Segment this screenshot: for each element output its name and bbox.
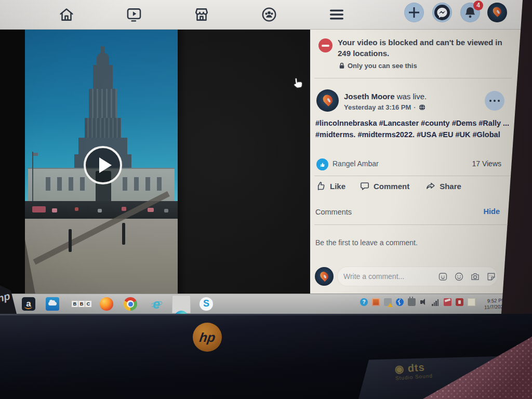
like-icon: [315, 180, 327, 192]
network-tray-icon[interactable]: [432, 298, 440, 306]
chrome-taskbar-icon[interactable]: [124, 297, 137, 311]
comment-button[interactable]: Comment: [359, 180, 409, 192]
bluetooth-tray-icon[interactable]: [396, 298, 404, 306]
cloud-icon: [48, 302, 57, 305]
taskbar-clock[interactable]: 9:52 PM 11/7/2022: [484, 297, 506, 310]
lock-icon: [339, 62, 345, 69]
laptop-screen: 4: [0, 0, 524, 314]
post-live-suffix: was live.: [395, 92, 427, 101]
create-button[interactable]: [404, 3, 424, 22]
windows-taskbar: a B B C e S ?: [0, 294, 524, 314]
comment-input-pill[interactable]: [337, 267, 498, 286]
clock-time: 9:52 PM: [484, 297, 506, 304]
laptop-photo: 4: [0, 0, 532, 399]
action-bar: Like Comment Share: [315, 180, 461, 192]
video-player[interactable]: [0, 30, 310, 294]
view-count: 17 Views: [472, 159, 501, 168]
ie-taskbar-icon[interactable]: e: [150, 297, 163, 311]
security-tray-icon[interactable]: [372, 298, 380, 306]
blocked-message: Your video is blocked and can't be viewe…: [338, 37, 510, 59]
blocked-icon: [318, 38, 332, 52]
warning-tray-icon[interactable]: [384, 298, 392, 306]
comment-input[interactable]: [343, 272, 437, 281]
post-options-button[interactable]: [485, 91, 504, 111]
onedrive-taskbar-icon[interactable]: [46, 297, 59, 311]
privacy-row: Only you can see this: [339, 62, 417, 70]
share-button[interactable]: Share: [425, 180, 461, 192]
watch-icon[interactable]: [125, 6, 143, 23]
commenter-avatar: [315, 267, 334, 286]
notes-tray-icon[interactable]: [468, 298, 475, 306]
camera-icon[interactable]: [470, 271, 481, 282]
plaza: [25, 219, 178, 294]
notification-badge: 4: [473, 1, 483, 10]
flagpole: [32, 152, 33, 203]
post-author-avatar[interactable]: [316, 89, 339, 112]
privacy-label: Only you can see this: [348, 62, 417, 70]
post-author-name[interactable]: Joseth Moore: [344, 92, 395, 101]
profile-avatar-flame: [491, 6, 503, 18]
amazon-taskbar-icon[interactable]: a: [22, 297, 35, 311]
corner-hp-logo: hp: [0, 290, 11, 304]
clock-date: 11/7/2022: [484, 303, 506, 310]
comment-icon: [359, 180, 370, 192]
facebook-navbar: 4: [0, 0, 524, 30]
avatar-sticker-icon[interactable]: [437, 271, 448, 282]
marketplace-icon[interactable]: [193, 6, 210, 23]
volume-tray-icon[interactable]: [420, 298, 428, 306]
dts-logo: ◉ dts Studio Sound: [394, 361, 433, 381]
comments-header: Comments: [315, 208, 352, 216]
like-button[interactable]: Like: [315, 180, 345, 192]
profile-button[interactable]: [487, 3, 507, 22]
play-button[interactable]: [84, 146, 122, 184]
video-frame: [25, 30, 178, 294]
like-reaction-badge[interactable]: [316, 158, 328, 170]
no-comments-text: Be the first to leave a comment.: [315, 238, 418, 247]
groups-icon[interactable]: [260, 6, 278, 23]
messenger-button[interactable]: [432, 3, 452, 22]
globe-icon: [419, 104, 425, 111]
skype-taskbar-icon[interactable]: S: [200, 297, 213, 311]
notifications-button[interactable]: 4: [460, 3, 480, 22]
post-timestamp-row: Yesterday at 3:16 PM ·: [344, 103, 425, 111]
firefox-taskbar-icon[interactable]: [100, 297, 113, 311]
reactor-name[interactable]: Rangel Ambar: [332, 159, 379, 168]
flag: [33, 153, 38, 156]
system-tray: ?: [360, 298, 475, 306]
sticker-icon[interactable]: [486, 271, 497, 282]
messenger-icon: [434, 5, 450, 20]
dts-symbol: ◉: [394, 363, 408, 375]
bbc-taskbar-icon[interactable]: B B C: [72, 301, 92, 307]
post-author-line: Joseth Moore was live.: [344, 92, 427, 101]
home-icon[interactable]: [58, 6, 75, 23]
mouse-cursor: [291, 76, 305, 92]
flag-tray-icon[interactable]: [444, 298, 451, 306]
hp-logo: hp: [193, 323, 222, 352]
post-body[interactable]: #lincolnnebraska #Lancaster #county #Dem…: [315, 118, 511, 140]
post-timestamp: Yesterday at 3:16 PM: [344, 103, 411, 111]
share-icon: [425, 180, 436, 192]
help-tray-icon[interactable]: ?: [360, 298, 368, 306]
shield-tray-icon[interactable]: [456, 298, 463, 306]
hide-comments-link[interactable]: Hide: [484, 207, 500, 216]
power-tray-icon[interactable]: [408, 298, 416, 306]
emoji-icon[interactable]: [454, 271, 464, 282]
thumb-up-icon: [319, 161, 326, 168]
menu-icon[interactable]: [328, 6, 345, 23]
